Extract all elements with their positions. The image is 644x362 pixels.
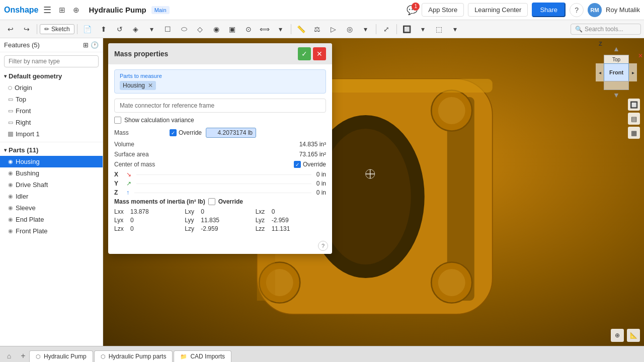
panel-clock-icon[interactable]: 🕐	[91, 41, 99, 49]
cube-close-button[interactable]: ✕	[638, 52, 643, 59]
parts-remove-button[interactable]: ✕	[148, 82, 153, 89]
default-geometry-section[interactable]: ▾ Default geometry	[0, 70, 103, 82]
display2-dropdown[interactable]: ▾	[448, 22, 463, 36]
x-axis-value: 0 in	[316, 171, 326, 178]
learning-center-button[interactable]: Learning Center	[468, 3, 528, 17]
redo-button[interactable]: ↪	[19, 22, 34, 36]
center-of-mass-header: Center of mass ✓ Override	[114, 161, 326, 168]
cube-up-arrow[interactable]: ▲	[613, 45, 620, 53]
box-icon[interactable]: ☐	[160, 22, 176, 36]
add-tab-button[interactable]: +	[17, 350, 29, 362]
document-icon[interactable]: 📄	[80, 22, 95, 36]
cylinder-icon[interactable]: ⬭	[177, 22, 192, 36]
app-store-button[interactable]: App Store	[422, 3, 464, 17]
measure-icon[interactable]: 📏	[294, 22, 309, 36]
show-variance-checkbox[interactable]	[114, 117, 121, 124]
tree-item-driveshaft[interactable]: ◉ Drive Shaft	[0, 179, 103, 191]
cube-bottom-face[interactable]	[604, 81, 629, 90]
zoom-icon[interactable]: ⊕	[611, 329, 624, 342]
person-add-icon[interactable]: ⊕	[70, 5, 82, 16]
mass-icon[interactable]: ⚖	[310, 22, 325, 36]
tree-item-origin[interactable]: Origin	[0, 82, 103, 94]
expand-icon[interactable]: ⤢	[379, 22, 394, 36]
front-label: Front	[16, 107, 31, 115]
undo-button[interactable]: ↩	[3, 22, 18, 36]
chamfer-icon[interactable]: ◇	[193, 22, 208, 36]
menu-button[interactable]: ☰	[43, 5, 51, 16]
tree-item-right[interactable]: ▭ Right	[0, 117, 103, 128]
section-icon[interactable]: ⊙	[241, 22, 256, 36]
dialog-help-button[interactable]: ?	[318, 241, 328, 251]
branch-badge[interactable]: Main	[151, 6, 170, 14]
import-icon[interactable]: ⬆	[96, 22, 111, 36]
display2-icon[interactable]: ⬚	[432, 22, 447, 36]
measure-display-icon[interactable]: 📐	[627, 329, 640, 342]
panel-header-icons: ⊞ 🕐	[83, 41, 99, 49]
cube-front-face[interactable]: Front	[604, 63, 629, 81]
display-dropdown[interactable]: ▾	[358, 22, 373, 36]
origin-label: Origin	[15, 84, 32, 92]
toolbar-separator-4	[376, 24, 376, 34]
cube-left-arrow[interactable]: ◂	[596, 63, 604, 81]
boolean-icon[interactable]: ◈	[128, 22, 143, 36]
cube-right-arrow[interactable]: ▸	[629, 63, 637, 81]
grid-icon[interactable]: ⊞	[56, 5, 67, 16]
shell-icon[interactable]: ▣	[225, 22, 240, 36]
tree-item-endplate[interactable]: ◉ End Plate	[0, 214, 103, 225]
dialog-confirm-button[interactable]: ✓	[298, 47, 311, 60]
filter-input[interactable]	[4, 55, 99, 67]
mass-input[interactable]: 4.2073174 lb	[206, 128, 256, 138]
tab-hydraulic-pump[interactable]: ⬡ Hydraulic Pump	[29, 350, 93, 362]
y-axis-arrow: ↗	[126, 180, 131, 187]
idler-label: Idler	[16, 193, 28, 200]
tree-item-housing[interactable]: ◉ Housing	[0, 156, 103, 167]
display-icon[interactable]: ◎	[342, 22, 357, 36]
mass-override-checkbox[interactable]: ✓	[170, 129, 177, 136]
tree-item-idler[interactable]: ◉ Idler	[0, 191, 103, 202]
mass-label: Mass	[114, 129, 170, 136]
cube-top-face[interactable]: Top	[604, 55, 629, 64]
parts-section[interactable]: ▾ Parts (11)	[0, 144, 103, 156]
search-tools[interactable]: 🔍 Search tools...	[571, 24, 641, 35]
sketch-button[interactable]: ✏ Sketch	[40, 24, 74, 34]
tree-item-bushing[interactable]: ◉ Bushing	[0, 167, 103, 179]
tree-item-front[interactable]: ▭ Front	[0, 105, 103, 117]
lxy-value: 0	[201, 208, 204, 215]
inertia-override-checkbox[interactable]	[208, 198, 215, 205]
tree-item-top[interactable]: ▭ Top	[0, 94, 103, 105]
lyz-label: Lyz	[256, 217, 270, 224]
animate-icon[interactable]: ▷	[326, 22, 341, 36]
panel-filter-icon[interactable]: ⊞	[83, 41, 89, 49]
ref-frame-row[interactable]: Mate connector for reference frame	[114, 99, 326, 113]
z-axis-separator	[134, 193, 311, 193]
rotate-icon[interactable]: ↺	[112, 22, 127, 36]
tab-hydraulic-pump-parts[interactable]: ⬡ Hydraulic Pump parts	[94, 350, 173, 362]
cube-down-arrow[interactable]: ▼	[613, 91, 620, 99]
chat-icon[interactable]: 💬 1	[407, 5, 418, 16]
fillet-icon[interactable]: ◉	[209, 22, 224, 36]
render-mode-icon[interactable]: 🔲	[628, 99, 640, 111]
tab-cad-imports[interactable]: 📁 CAD Imports	[174, 350, 231, 362]
3d-viewport[interactable]: Z ▲ Top ◂ Front ▸	[103, 38, 644, 346]
lxz-cell: Lxz 0	[256, 208, 326, 215]
dropdown-icon[interactable]: ▾	[144, 22, 159, 36]
dialog-close-button[interactable]: ✕	[313, 47, 326, 60]
mirror-dropdown[interactable]: ▾	[273, 22, 288, 36]
notification-badge: 1	[412, 3, 420, 11]
mirror-icon[interactable]: ⟺	[257, 22, 272, 36]
help-button[interactable]: ?	[570, 3, 584, 17]
home-button[interactable]: ⌂	[3, 350, 15, 362]
view-dropdown[interactable]: ▾	[416, 22, 431, 36]
lzx-value: 0	[130, 225, 134, 232]
com-override-checkbox[interactable]: ✓	[294, 161, 301, 168]
wireframe-icon[interactable]: ▦	[628, 127, 640, 139]
view-icon[interactable]: 🔲	[399, 22, 415, 36]
lxx-value: 13.878	[130, 208, 149, 215]
tree-item-sleeve[interactable]: ◉ Sleeve	[0, 202, 103, 214]
shading-icon[interactable]: ▤	[628, 113, 640, 125]
share-button[interactable]: Share	[532, 3, 566, 17]
cube-navigation: ▲ Top ◂ Front ▸ ▼	[594, 43, 639, 99]
mass-row: Mass ✓ Override 4.2073174 lb	[114, 128, 326, 138]
tree-item-import1[interactable]: Import 1	[0, 128, 103, 140]
tree-item-frontplate[interactable]: ◉ Front Plate	[0, 225, 103, 237]
